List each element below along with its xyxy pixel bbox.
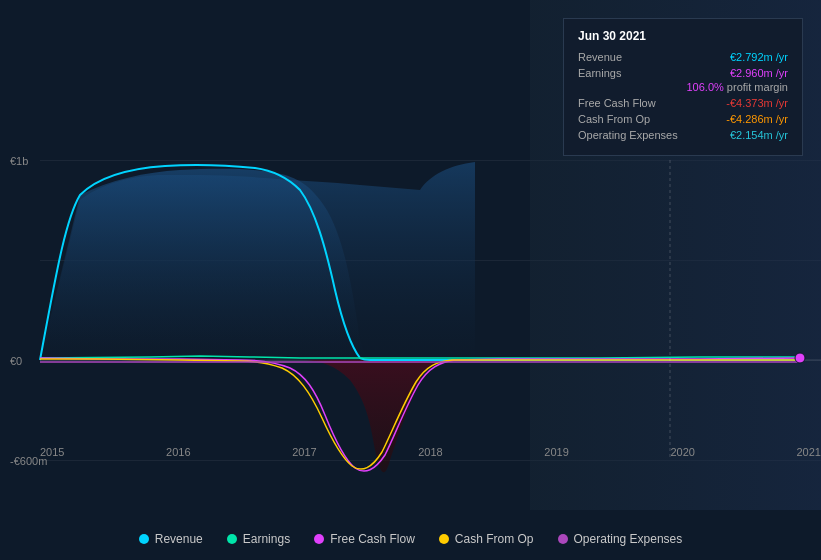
svg-point-2: [795, 353, 805, 363]
legend-label-operating-expenses: Operating Expenses: [574, 532, 683, 546]
x-label-2021: 2021: [796, 446, 820, 458]
x-label-2017: 2017: [292, 446, 316, 458]
legend-dot-cash-from-op: [439, 534, 449, 544]
x-axis-labels: 2015 2016 2017 2018 2019 2020 2021: [40, 446, 821, 458]
tooltip-cash-from-op: Cash From Op -€4.286m /yr: [578, 113, 788, 125]
x-label-2015: 2015: [40, 446, 64, 458]
data-tooltip: Jun 30 2021 Revenue €2.792m /yr Earnings…: [563, 18, 803, 156]
legend-label-earnings: Earnings: [243, 532, 290, 546]
x-label-2019: 2019: [544, 446, 568, 458]
legend-free-cash-flow[interactable]: Free Cash Flow: [314, 532, 415, 546]
x-label-2020: 2020: [670, 446, 694, 458]
chart-legend: Revenue Earnings Free Cash Flow Cash Fro…: [0, 532, 821, 546]
tooltip-profit-margin: 106.0% profit margin: [578, 81, 788, 93]
x-label-2018: 2018: [418, 446, 442, 458]
legend-operating-expenses[interactable]: Operating Expenses: [558, 532, 683, 546]
legend-label-cash-from-op: Cash From Op: [455, 532, 534, 546]
legend-cash-from-op[interactable]: Cash From Op: [439, 532, 534, 546]
legend-dot-earnings: [227, 534, 237, 544]
tooltip-earnings: Earnings €2.960m /yr: [578, 67, 788, 79]
tooltip-date: Jun 30 2021: [578, 29, 788, 43]
legend-dot-operating-expenses: [558, 534, 568, 544]
legend-label-free-cash-flow: Free Cash Flow: [330, 532, 415, 546]
tooltip-operating-expenses: Operating Expenses €2.154m /yr: [578, 129, 788, 141]
legend-dot-revenue: [139, 534, 149, 544]
legend-earnings[interactable]: Earnings: [227, 532, 290, 546]
legend-revenue[interactable]: Revenue: [139, 532, 203, 546]
tooltip-revenue: Revenue €2.792m /yr: [578, 51, 788, 63]
tooltip-free-cash-flow: Free Cash Flow -€4.373m /yr: [578, 97, 788, 109]
x-label-2016: 2016: [166, 446, 190, 458]
legend-label-revenue: Revenue: [155, 532, 203, 546]
legend-dot-free-cash-flow: [314, 534, 324, 544]
